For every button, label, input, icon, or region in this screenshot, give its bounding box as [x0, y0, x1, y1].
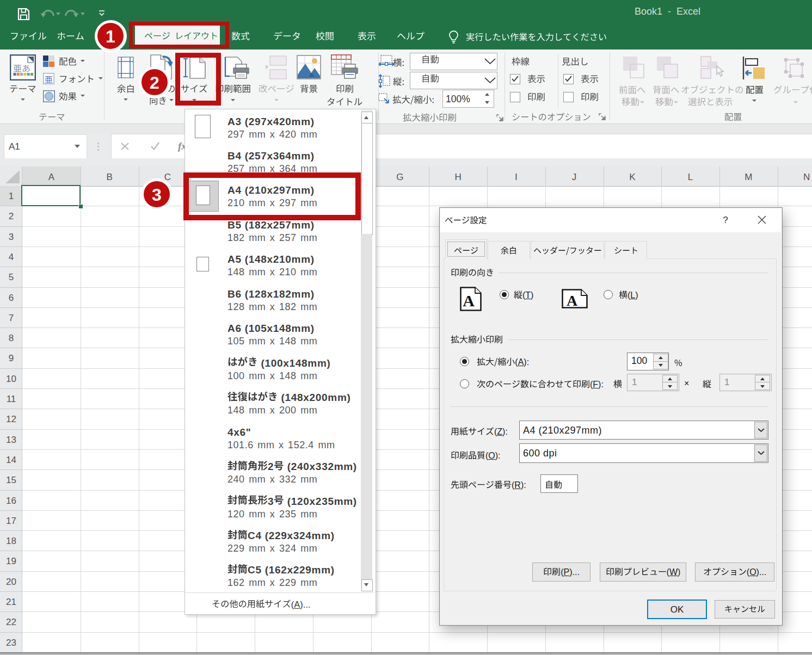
svg-text:A: A: [463, 292, 475, 310]
svg-text:A: A: [567, 292, 578, 309]
